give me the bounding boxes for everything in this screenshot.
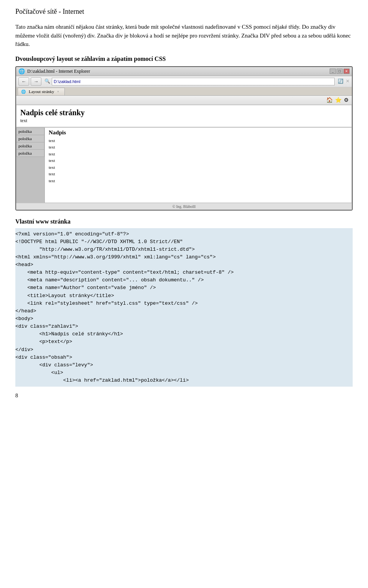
favorites-icon[interactable]: ⭐ (335, 97, 342, 103)
sidebar-item-4: položka (16, 150, 44, 157)
forward-button[interactable]: → (31, 77, 41, 86)
layout-sidebar: položka položka položka položka (16, 127, 45, 203)
layout-h1: Nadpis celé stránky (20, 108, 348, 117)
main-text-4: text (49, 157, 348, 164)
browser-content: Nadpis celé stránky text položka položka… (16, 105, 352, 210)
maximize-button[interactable]: □ (337, 69, 343, 74)
main-text-6: text (49, 171, 348, 178)
home-icon[interactable]: 🏠 (326, 97, 333, 103)
browser-footer: © Ing. Blábolll (16, 203, 352, 210)
stop-icon: ✕ (346, 78, 350, 84)
title-sub: Internet (62, 8, 84, 15)
tab-favicon: 🌐 (21, 90, 26, 94)
back-button[interactable]: ← (18, 77, 29, 86)
layout-section-heading: Dvousloupcový layout se záhlavím a zápat… (15, 56, 353, 62)
tab-label: Layout stránky (29, 89, 54, 94)
main-text-1: text (49, 137, 348, 144)
browser-tab-bar: 🌐 Layout stránky × (16, 87, 352, 96)
tab-close-icon[interactable]: × (57, 90, 59, 93)
title-main: Počítačové sítě (15, 8, 57, 15)
title-separator: - (57, 8, 62, 15)
settings-icon[interactable]: ⚙ (344, 97, 349, 103)
browser-tab[interactable]: 🌐 Layout stránky × (18, 88, 65, 95)
minimize-button[interactable]: _ (330, 69, 336, 74)
body-paragraph-1: Tato značka nám ohraničí nějakou část st… (15, 23, 353, 49)
sidebar-item-1: položka (16, 127, 44, 135)
browser-titlebar: 🌐 D:\zaklad.html - Internet Explorer _ □… (16, 67, 352, 76)
page-number: 8 (15, 393, 353, 399)
browser-icon: 🌐 (18, 68, 25, 75)
close-button[interactable]: ✕ (343, 69, 350, 74)
main-text-5: text (49, 164, 348, 171)
layout-main: Nadpis text text text text text text tex… (45, 127, 352, 203)
sidebar-spacer (16, 157, 44, 203)
layout-header: Nadpis celé stránky text (16, 105, 352, 127)
vlastni-heading: Vlastní www stránka (15, 218, 353, 225)
sidebar-item-3: položka (16, 142, 44, 150)
main-text-3: text (49, 151, 348, 158)
browser-nav-row: ← → 🔍 🔄 ✕ (16, 76, 352, 87)
browser-window: 🌐 D:\zaklad.html - Internet Explorer _ □… (15, 66, 353, 211)
window-controls: _ □ ✕ (330, 69, 350, 74)
main-heading: Nadpis (49, 129, 348, 136)
address-bar[interactable] (52, 78, 335, 85)
footer-text: © Ing. Blábolll (172, 204, 196, 209)
code-block: <?xml version="1.0" encoding="utf-8"?> <… (15, 228, 353, 387)
layout-body: položka položka položka položka Nadpis t… (16, 127, 352, 203)
main-text-2: text (49, 144, 348, 151)
browser-title-text: D:\zaklad.html - Internet Explorer (27, 69, 90, 74)
main-text-7: text (49, 178, 348, 185)
refresh-icon[interactable]: 🔄 (338, 78, 343, 84)
layout-header-text: text (20, 118, 348, 124)
page-title: Počítačové sítě - Internet (15, 8, 353, 16)
sidebar-item-2: položka (16, 135, 44, 142)
titlebar-left: 🌐 D:\zaklad.html - Internet Explorer (18, 68, 90, 75)
search-icon: 🔍 (44, 78, 50, 84)
browser-toolbar-2: 🏠 ⭐ ⚙ (16, 96, 352, 105)
